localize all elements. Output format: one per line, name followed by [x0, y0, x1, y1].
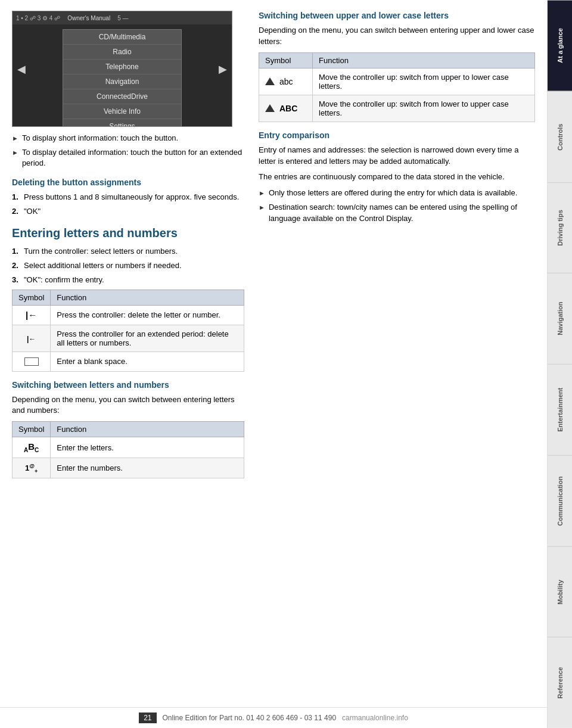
table-row: ABC Move the controller up: switch from … — [259, 95, 535, 122]
symbol-table-switch: Symbol Function ABC Enter the letters. — [12, 421, 244, 478]
entry-bullet-2: ► Destination search: town/city names ca… — [259, 202, 535, 223]
entry-comparison-body2: The entries are continuously compared to… — [259, 172, 535, 183]
sidebar-tab-entertainment[interactable]: Entertainment — [548, 364, 572, 455]
symbol-delete-all: |← — [13, 325, 51, 351]
symbol-triangle-abc: abc — [259, 68, 313, 95]
screen-image: 1 • 2 ☍ 3 ⚙ 4 ☍ Owner's Manual 5 — CD/Mu… — [12, 11, 232, 127]
function-lower-to-upper: Move the controller up: switch from lowe… — [313, 95, 535, 122]
symbol-table-letters: Symbol Function |← Press the controller:… — [12, 290, 244, 372]
symbol-delete-single: |← — [13, 305, 51, 325]
function-numbers: Enter the numbers. — [51, 458, 244, 478]
table-col-symbol-2: Symbol — [13, 422, 51, 437]
menu-item-telephone: Telephone — [63, 60, 181, 74]
menu-item-navigation: Navigation — [63, 74, 181, 89]
table-row: |← Press the controller: delete the lett… — [13, 305, 244, 325]
table-row: Enter a blank space. — [13, 351, 244, 371]
function-delete-all: Press the controller for an extended per… — [51, 325, 244, 351]
table-col-function-2: Function — [51, 422, 244, 437]
right-sidebar: At a glance Controls Driving tips Naviga… — [547, 0, 572, 728]
symbol-numbers: 1@+ — [13, 458, 51, 478]
entry-comparison-body1: Entry of names and addresses: the select… — [259, 145, 535, 167]
symbol-blank-space — [13, 351, 51, 371]
section-switching-letters-heading: Switching between letters and numbers — [12, 380, 244, 390]
switching-letters-body: Depending on the menu, you can switch be… — [12, 394, 244, 417]
section-entering-heading: Entering letters and numbers — [12, 226, 244, 240]
enter-step-1: 1. Turn the controller: select letters o… — [12, 246, 244, 257]
upper-lower-table: Symbol Function abc Mov — [259, 52, 535, 122]
symbol-triangle-ABC: ABC — [259, 95, 313, 122]
step-1: 1. Press buttons 1 and 8 simultaneously … — [12, 192, 244, 203]
footer-text: Online Edition for Part no. 01 40 2 606 … — [163, 714, 337, 722]
section-deleting-heading: Deleting the button assignments — [12, 178, 244, 187]
bullet-arrow-1: ► — [12, 134, 18, 144]
section-upper-lower-heading: Switching between upper and lower case l… — [259, 11, 535, 20]
enter-step-3: 3. "OK": confirm the entry. — [12, 275, 244, 285]
table-row: abc Move the controller up: switch from … — [259, 68, 535, 95]
ul-table-col-function: Function — [313, 52, 535, 68]
upper-lower-body: Depending on the menu, you can switch be… — [259, 25, 535, 48]
ul-table-col-symbol: Symbol — [259, 52, 313, 68]
bullet-arrow-2: ► — [12, 148, 18, 169]
sidebar-tab-controls[interactable]: Controls — [548, 91, 572, 182]
table-col-symbol: Symbol — [13, 290, 51, 305]
entry-bullet-1: ► Only those letters are offered during … — [259, 188, 535, 198]
sidebar-tab-reference[interactable]: Reference — [548, 637, 572, 728]
menu-item-radio: Radio — [63, 45, 181, 60]
page-number: 21 — [139, 713, 156, 723]
bullet-item-1: ► To display short information: touch th… — [12, 133, 244, 144]
function-blank-space: Enter a blank space. — [51, 351, 244, 371]
function-letters: Enter the letters. — [51, 437, 244, 458]
sidebar-tab-driving-tips[interactable]: Driving tips — [548, 182, 572, 273]
sidebar-tab-at-a-glance[interactable]: At a glance — [548, 0, 572, 91]
table-row: ABC Enter the letters. — [13, 437, 244, 458]
right-arrow-icon[interactable]: ▶ — [219, 63, 227, 76]
sidebar-tab-communication[interactable]: Communication — [548, 455, 572, 546]
footer-logo: carmanualonline.info — [342, 714, 408, 722]
sidebar-tab-mobility[interactable]: Mobility — [548, 546, 572, 637]
screen-menu: CD/Multimedia Radio Telephone Navigation… — [63, 29, 182, 127]
bullet-item-2: ► To display detailed information: touch… — [12, 147, 244, 169]
enter-step-2: 2. Select additional letters or numbers … — [12, 260, 244, 271]
left-arrow-icon[interactable]: ◀ — [17, 63, 26, 76]
menu-item-settings: Settings — [63, 119, 181, 127]
bullet-arrow-entry-2: ► — [259, 203, 265, 223]
table-col-function: Function — [51, 290, 244, 305]
bullet-arrow-entry-1: ► — [259, 189, 265, 198]
table-row: 1@+ Enter the numbers. — [13, 458, 244, 478]
menu-item-cd: CD/Multimedia — [63, 30, 181, 45]
symbol-abc: ABC — [13, 437, 51, 458]
table-row: |← Press the controller for an extended … — [13, 325, 244, 351]
footer-bar: 21 Online Edition for Part no. 01 40 2 6… — [0, 707, 547, 728]
menu-item-vehicleinfo: Vehicle Info — [63, 104, 181, 119]
menu-item-connecteddrive: ConnectedDrive — [63, 89, 181, 104]
sidebar-tab-navigation[interactable]: Navigation — [548, 273, 572, 364]
step-2: 2. "OK" — [12, 206, 244, 217]
function-delete-single: Press the controller: delete the letter … — [51, 305, 244, 325]
function-upper-to-lower: Move the controller up: switch from uppe… — [313, 68, 535, 95]
screen-topbar: 1 • 2 ☍ 3 ⚙ 4 ☍ Owner's Manual 5 — — [13, 11, 232, 24]
section-entry-comparison-heading: Entry comparison — [259, 130, 535, 140]
